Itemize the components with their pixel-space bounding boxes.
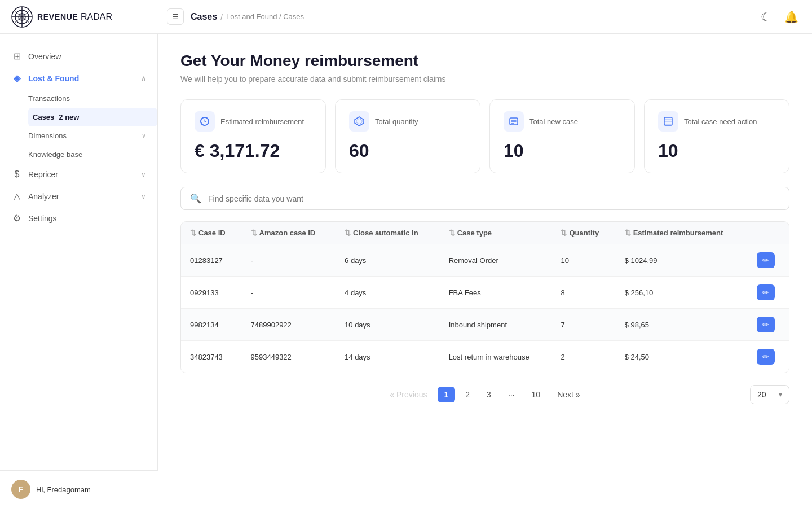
cell-case-type-3: Lost return in warehouse [440, 341, 552, 373]
analyzer-icon: △ [11, 191, 23, 202]
header-center: ☰ Cases / Lost and Found / Cases [167, 8, 749, 25]
sidebar-sub-knowledge-base[interactable]: Knowledge base [28, 145, 157, 164]
page-3-button[interactable]: 3 [480, 387, 498, 402]
cases-table: ⇅Case ID ⇅Amazon case ID ⇅Close automati… [180, 221, 789, 373]
dimensions-chevron: ∨ [142, 132, 146, 139]
cell-case-id-3: 34823743 [181, 341, 242, 373]
cell-edit-3[interactable]: ✏ [748, 341, 789, 373]
col-est-reimb: ⇅Estimated reimbursement [616, 222, 748, 244]
table-row: 01283127 - 6 days Removal Order 10 $ 102… [181, 244, 789, 277]
table-row: 9982134 7489902922 10 days Inbound shipm… [181, 309, 789, 341]
edit-button-1[interactable]: ✏ [757, 284, 775, 300]
col-quantity: ⇅Quantity [551, 222, 615, 244]
cases-badge: 2 new [59, 113, 79, 121]
cell-amazon-case-id-0: - [242, 244, 336, 277]
prev-button[interactable]: « Previous [383, 387, 434, 402]
sidebar-sub-transactions[interactable]: Transactions [28, 89, 157, 108]
cell-est-reimb-0: $ 1024,99 [616, 244, 748, 277]
dark-mode-button[interactable]: ☾ [758, 8, 773, 26]
stat-label-0: Estimated reimbursement [220, 117, 304, 126]
user-name: Hi, Fredagomam [36, 485, 91, 494]
user-avatar: F [11, 480, 30, 499]
cases-table-element: ⇅Case ID ⇅Amazon case ID ⇅Close automati… [181, 222, 789, 373]
sort-icon-case-id: ⇅ [190, 229, 196, 237]
sidebar-item-repricer[interactable]: $ Repricer ∨ [0, 164, 157, 185]
cell-close-auto-0: 6 days [336, 244, 440, 277]
settings-icon: ⚙ [11, 213, 23, 224]
breadcrumb-sub: Lost and Found / Cases [226, 12, 304, 21]
svg-marker-8 [356, 119, 362, 124]
per-page-select[interactable]: 20 50 100 [750, 385, 789, 404]
overview-icon: ⊞ [11, 51, 23, 62]
sidebar-item-lost-found[interactable]: ◈ Lost & Found ∧ [0, 67, 157, 89]
stat-label-3: Total case need action [684, 117, 757, 126]
stat-card-header-1: Total quantity [349, 111, 466, 132]
stat-card-header-3: Total case need action [658, 111, 775, 132]
breadcrumb-separator: / [220, 12, 223, 21]
cell-case-id-0: 01283127 [181, 244, 242, 277]
col-amazon-case-id: ⇅Amazon case ID [242, 222, 336, 244]
page-1-button[interactable]: 1 [438, 387, 456, 402]
cell-edit-2[interactable]: ✏ [748, 309, 789, 341]
page-title: Get Your Money reimbursement [180, 52, 789, 70]
table-body: 01283127 - 6 days Removal Order 10 $ 102… [181, 244, 789, 373]
stats-grid: Estimated reimbursement € 3,171.72 Total… [180, 99, 789, 173]
sidebar-item-analyzer[interactable]: △ Analyzer ∨ [0, 185, 157, 207]
page-10-button[interactable]: 10 [525, 387, 548, 402]
transactions-label: Transactions [28, 94, 70, 103]
sort-icon-est-reimb: ⇅ [625, 229, 631, 237]
sort-icon-case-type: ⇅ [449, 229, 455, 237]
page-2-button[interactable]: 2 [458, 387, 476, 402]
repricer-icon: $ [11, 169, 23, 179]
sidebar-label-overview: Overview [28, 52, 146, 61]
stat-card-estimated-reimbursement: Estimated reimbursement € 3,171.72 [180, 99, 326, 173]
stat-card-header-0: Estimated reimbursement [195, 111, 312, 132]
breadcrumb-title: Cases [191, 12, 217, 22]
cell-case-type-1: FBA Fees [440, 277, 552, 309]
sidebar-label-analyzer: Analyzer [28, 192, 135, 201]
total-new-case-icon [504, 111, 524, 132]
sidebar-item-settings[interactable]: ⚙ Settings [0, 207, 157, 229]
sidebar-sub-menu: Transactions Cases 2 new Dimensions ∨ Kn… [0, 89, 157, 164]
cell-quantity-2: 7 [551, 309, 615, 341]
notification-button[interactable]: 🔔 [782, 8, 801, 26]
col-case-type: ⇅Case type [440, 222, 552, 244]
stat-value-1: 60 [349, 141, 466, 161]
table-row: 0929133 - 4 days FBA Fees 8 $ 256,10 ✏ [181, 277, 789, 309]
stat-value-0: € 3,171.72 [195, 141, 312, 161]
estimated-reimbursement-icon [195, 111, 215, 132]
edit-button-0[interactable]: ✏ [757, 252, 775, 268]
cell-edit-0[interactable]: ✏ [748, 244, 789, 277]
cases-label: Cases [33, 113, 54, 121]
sidebar-item-overview[interactable]: ⊞ Overview [0, 45, 157, 67]
lost-found-icon: ◈ [11, 73, 23, 84]
next-button[interactable]: Next » [550, 387, 586, 402]
search-input[interactable] [208, 194, 780, 203]
sidebar-sub-cases[interactable]: Cases 2 new [28, 108, 157, 126]
sort-icon-quantity: ⇅ [561, 229, 567, 237]
stat-value-3: 10 [658, 141, 775, 161]
cell-close-auto-3: 14 days [336, 341, 440, 373]
col-action [748, 222, 789, 244]
lost-found-chevron: ∧ [141, 75, 146, 82]
stat-label-1: Total quantity [375, 117, 418, 126]
repricer-chevron: ∨ [141, 170, 146, 178]
header-right: ☾ 🔔 [758, 8, 801, 26]
search-icon: 🔍 [190, 193, 201, 204]
search-bar: 🔍 [180, 187, 789, 210]
stat-card-header-2: Total new case [504, 111, 621, 132]
col-case-id: ⇅Case ID [181, 222, 242, 244]
cell-quantity-1: 8 [551, 277, 615, 309]
menu-toggle-button[interactable]: ☰ [167, 8, 184, 25]
edit-button-3[interactable]: ✏ [757, 349, 775, 365]
stat-card-total-quantity: Total quantity 60 [335, 99, 480, 173]
edit-button-2[interactable]: ✏ [757, 317, 775, 332]
cell-edit-1[interactable]: ✏ [748, 277, 789, 309]
main-content: Get Your Money reimbursement We will hel… [158, 34, 812, 508]
header: REVENUE RADAR ☰ Cases / Lost and Found /… [0, 0, 812, 34]
cell-amazon-case-id-1: - [242, 277, 336, 309]
cell-amazon-case-id-2: 7489902922 [242, 309, 336, 341]
knowledge-base-label: Knowledge base [28, 150, 82, 159]
pagination-row: « Previous 1 2 3 ··· 10 Next » 20 50 100… [180, 387, 789, 402]
sidebar-sub-dimensions[interactable]: Dimensions ∨ [28, 126, 157, 145]
